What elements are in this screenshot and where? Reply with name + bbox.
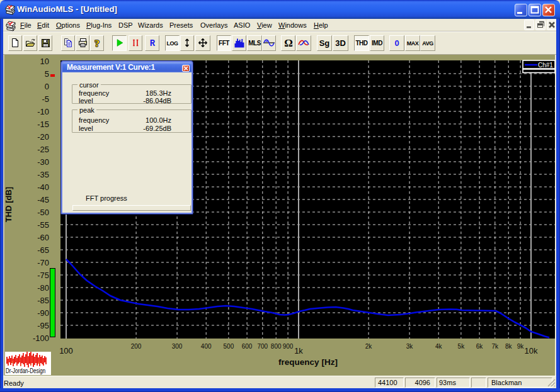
svg-text:-80: -80 [37, 283, 49, 293]
svg-text:Ω: Ω [284, 38, 293, 48]
svg-text:-40: -40 [37, 182, 49, 192]
svg-text:-95: -95 [37, 321, 49, 330]
svg-text:R: R [149, 38, 155, 48]
svg-text:5k: 5k [458, 343, 466, 350]
svg-text:-30: -30 [37, 157, 49, 167]
svg-text:-35: -35 [37, 170, 49, 179]
svg-text:6k: 6k [476, 343, 484, 350]
svg-text:-45: -45 [37, 195, 49, 204]
svg-text:-90: -90 [37, 308, 49, 318]
svg-text:700: 700 [257, 343, 268, 350]
svg-text:3k: 3k [406, 343, 414, 350]
svg-text:600: 600 [242, 343, 253, 350]
svg-text:-25: -25 [37, 145, 49, 154]
svg-text:10k: 10k [525, 346, 538, 356]
svg-text:1k: 1k [294, 346, 303, 356]
svg-text:?: ? [94, 38, 100, 48]
svg-text:8k: 8k [505, 343, 513, 350]
svg-text:-15: -15 [37, 120, 49, 129]
svg-text:-55: -55 [37, 220, 49, 230]
svg-text:7k: 7k [492, 343, 500, 350]
svg-text:-10: -10 [37, 107, 49, 116]
svg-text:800: 800 [271, 343, 282, 350]
svg-text:5: 5 [45, 69, 49, 79]
svg-text:100: 100 [59, 346, 73, 356]
svg-text:0: 0 [45, 82, 49, 91]
svg-text:500: 500 [224, 343, 234, 350]
svg-text:Ch#1: Ch#1 [538, 62, 553, 69]
svg-text:2k: 2k [365, 343, 373, 350]
svg-text:-20: -20 [37, 132, 49, 142]
svg-text:10: 10 [40, 57, 49, 66]
svg-text:9k: 9k [517, 343, 525, 350]
svg-text:-65: -65 [37, 245, 49, 255]
svg-text:-70: -70 [37, 258, 49, 267]
svg-text:-60: -60 [37, 233, 49, 242]
svg-text:300: 300 [172, 343, 183, 350]
svg-text:-5: -5 [42, 94, 49, 104]
svg-text:-85: -85 [37, 296, 49, 305]
svg-text:frequency [Hz]: frequency [Hz] [278, 357, 338, 367]
svg-text:-100: -100 [33, 333, 49, 343]
svg-text:400: 400 [201, 343, 212, 350]
svg-text:-50: -50 [37, 208, 49, 217]
svg-text:4k: 4k [435, 343, 443, 350]
svg-text:-75: -75 [37, 271, 49, 280]
svg-text:THD [dB]: THD [dB] [4, 187, 13, 222]
svg-text:900: 900 [283, 343, 294, 350]
svg-text:200: 200 [131, 343, 142, 350]
